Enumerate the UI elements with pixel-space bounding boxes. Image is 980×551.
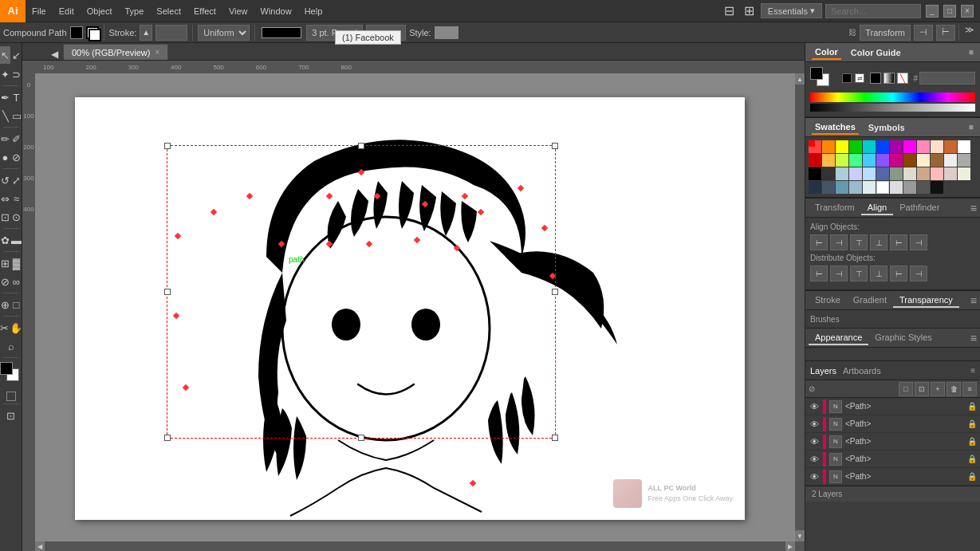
paintbrush-tool[interactable]: ✏ (0, 130, 10, 148)
fill-swatch[interactable] (70, 26, 83, 39)
workspace-icon[interactable]: ⊞ (741, 3, 758, 18)
pencil-tool[interactable]: ✐ (11, 130, 22, 148)
rotate-tool[interactable]: ↺ (0, 171, 10, 189)
blob-brush-tool[interactable]: ● (0, 148, 10, 166)
delete-layer-btn[interactable]: 🗑 (947, 382, 961, 396)
magic-wand-tool[interactable]: ✦ (0, 65, 10, 83)
swatch-mint[interactable] (849, 154, 862, 167)
symbol-sprayer-tool[interactable]: ✿ (0, 231, 10, 249)
vertical-scrollbar[interactable]: ▲ ▼ (795, 73, 805, 541)
layers-options-btn[interactable]: ≡ (962, 382, 977, 396)
scale-tool[interactable]: ⤢ (11, 171, 22, 189)
align-left-btn[interactable]: ⊢ (810, 234, 828, 250)
brushes-stroke-tab[interactable]: Stroke (809, 293, 847, 308)
layer-lock-4[interactable]: 🔒 (967, 455, 977, 463)
swatch-gray[interactable] (958, 154, 970, 167)
swatch-nearblack[interactable] (931, 181, 943, 194)
workspace-button[interactable]: Essentials ▾ (761, 3, 822, 18)
scroll-up-btn[interactable]: ▲ (795, 73, 805, 85)
swatch-steelblue[interactable] (822, 181, 835, 194)
link-icon[interactable]: ⛓ (848, 25, 856, 41)
color-tab[interactable]: Color (812, 45, 841, 60)
brightness-bar[interactable] (810, 104, 975, 112)
menu-help[interactable]: Help (298, 0, 329, 22)
pathfinder-tab[interactable]: Pathfinder (893, 201, 946, 215)
swatch-violet[interactable] (876, 154, 889, 167)
direct-selection-tool[interactable]: ↙ (11, 46, 22, 64)
dist-top-btn[interactable]: ⊥ (870, 266, 888, 281)
align-right-btn[interactable]: ⊤ (850, 234, 868, 250)
dist-hcenter-btn[interactable]: ⊣ (830, 266, 848, 281)
swatch-blush[interactable] (944, 167, 957, 180)
swatch-purple[interactable] (890, 140, 903, 153)
dist-bottom-btn[interactable]: ⊣ (910, 266, 927, 281)
hand-tool[interactable]: ✋ (10, 319, 22, 337)
transform-button[interactable]: Transform (860, 25, 911, 41)
live-paint-tool[interactable]: ⊕ (0, 296, 10, 313)
document-tab-active[interactable]: 00% (RGB/Preview) × (63, 44, 168, 60)
appearance-panel-menu[interactable]: ≡ (970, 332, 977, 344)
align-btn2[interactable]: ⊣ (914, 25, 933, 41)
color-guide-tab[interactable]: Color Guide (848, 46, 904, 59)
layer-vis-2[interactable]: 👁 (809, 419, 820, 430)
swatch-powderblue[interactable] (849, 181, 862, 194)
pen-tool[interactable]: ✒ (0, 89, 10, 106)
swatch-lightblue[interactable] (863, 167, 876, 180)
swatch-pink[interactable] (917, 140, 930, 153)
layer-vis-4[interactable]: 👁 (809, 454, 820, 465)
dist-vcenter-btn[interactable]: ⊢ (890, 266, 907, 281)
hex-input[interactable]: 000000 (919, 72, 975, 85)
brushes-panel-menu[interactable]: ≡ (970, 294, 977, 307)
swatch-navy[interactable] (809, 181, 821, 194)
fg-color[interactable] (810, 67, 823, 80)
scroll-right-btn[interactable]: ▶ (785, 541, 795, 551)
layers-panel-menu[interactable]: ≡ (970, 366, 975, 375)
maximize-button[interactable]: □ (943, 5, 956, 18)
solid-color-icon[interactable] (870, 73, 881, 84)
swatch-lime[interactable] (836, 154, 848, 167)
canvas-area[interactable]: path (35, 73, 795, 541)
layer-lock-1[interactable]: 🔒 (967, 402, 977, 411)
none-color-icon[interactable]: ╲ (897, 73, 908, 84)
make-clipping-mask-btn[interactable]: ⊡ (915, 382, 929, 396)
free-transform-tool[interactable]: ⊡ (0, 208, 10, 226)
menu-object[interactable]: Object (81, 0, 119, 22)
cap-style-button[interactable]: 3 pt. Round (306, 25, 363, 41)
dist-left-btn[interactable]: ⊢ (810, 266, 828, 281)
swatch-darkergray[interactable] (917, 181, 930, 194)
swatch-blue[interactable] (876, 140, 889, 153)
swatch-lightgray[interactable] (944, 154, 957, 167)
align-vcenter-btn[interactable]: ⊢ (890, 234, 907, 250)
swatch-brown[interactable] (944, 140, 957, 153)
slice-tool[interactable]: ✂ (0, 319, 9, 337)
new-layer-btn[interactable]: + (931, 382, 945, 396)
swatch-fuchsia[interactable] (890, 154, 903, 167)
selection-tool[interactable]: ↖ (0, 46, 10, 64)
layer-lock-5[interactable]: 🔒 (967, 472, 977, 481)
appearance-tab[interactable]: Appearance (809, 331, 868, 345)
swatches-tab[interactable]: Swatches (812, 120, 859, 135)
brushes-transparency-tab[interactable]: Transparency (893, 293, 959, 308)
width-tool[interactable]: ⇔ (0, 190, 10, 207)
eraser-tool[interactable]: ⊘ (11, 148, 22, 166)
puppet-warp-tool[interactable]: ⊙ (11, 208, 22, 226)
swatch-sage[interactable] (890, 167, 903, 180)
scroll-left-btn[interactable]: ◀ (35, 541, 45, 551)
swatch-yellow[interactable] (836, 140, 848, 153)
swatch-lavender[interactable] (849, 167, 862, 180)
swatch-white2[interactable] (876, 181, 889, 194)
minimize-button[interactable]: _ (926, 5, 939, 18)
tab-scroll-arrow[interactable]: ◀ (46, 49, 63, 60)
swatch-indigo[interactable] (876, 167, 889, 180)
layer-lock-3[interactable]: 🔒 (967, 437, 977, 446)
blend-tool[interactable]: ∞ (11, 273, 22, 290)
warp-tool[interactable]: ≈ (11, 190, 22, 207)
color-panel-menu[interactable]: ≡ (969, 48, 974, 57)
swatch-sky[interactable] (863, 154, 876, 167)
swatch-tan[interactable] (931, 154, 943, 167)
swatch-black[interactable] (809, 167, 821, 180)
change-screen-mode-btn[interactable]: ⊡ (2, 407, 21, 424)
dist-right-btn[interactable]: ⊤ (850, 266, 868, 281)
menu-select[interactable]: Select (150, 0, 187, 22)
graphic-styles-tab[interactable]: Graphic Styles (868, 331, 939, 345)
